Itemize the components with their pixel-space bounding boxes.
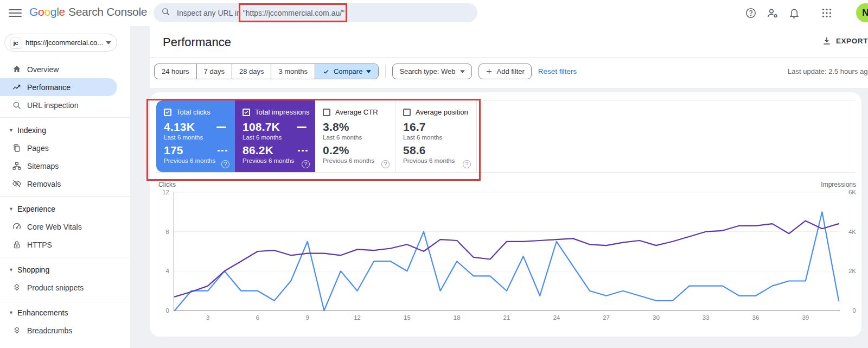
metric-label: Average CTR — [335, 108, 378, 116]
sidebar-section-indexing[interactable]: ▼Indexing — [0, 121, 130, 139]
snippet-icon — [12, 326, 22, 336]
date-range-7-days[interactable]: 7 days — [196, 64, 232, 79]
sidebar-item-overview[interactable]: Overview — [0, 60, 117, 78]
metric-label: Total impressions — [255, 108, 309, 116]
apps-grid-icon[interactable] — [820, 6, 834, 20]
dashed-line-legend-icon — [298, 150, 308, 151]
solid-line-legend-icon — [297, 126, 307, 128]
date-range-3-months[interactable]: 3 months — [271, 64, 314, 79]
sidebar-item-core-web-vitals[interactable]: Core Web Vitals — [0, 218, 117, 236]
metric-label: Average position — [416, 108, 468, 116]
account-avatar[interactable]: N — [856, 3, 868, 22]
metric-help-icon[interactable]: ? — [221, 160, 229, 168]
header-divider — [150, 57, 868, 58]
metric-period-last: Last 6 months — [323, 134, 388, 141]
sidebar-item-sitemaps[interactable]: Sitemaps — [0, 157, 117, 175]
check-icon — [165, 110, 170, 115]
metric-card-average-position[interactable]: Average position16.7Last 6 months58.6Pre… — [395, 100, 477, 172]
metric-checkbox[interactable] — [403, 109, 411, 116]
pages-icon — [12, 143, 22, 153]
svg-text:18: 18 — [454, 314, 461, 321]
metric-checkbox[interactable] — [242, 109, 250, 116]
svg-text:6K: 6K — [848, 189, 856, 195]
performance-report-card: Total clicks4.13KLast 6 months175Previou… — [150, 92, 861, 337]
svg-text:9: 9 — [306, 314, 309, 321]
sidebar-divider — [0, 117, 130, 118]
metric-period-previous: Previous 6 months — [242, 157, 309, 164]
svg-text:0: 0 — [853, 307, 856, 314]
search-icon — [12, 100, 22, 110]
chevron-down-icon — [460, 70, 465, 73]
property-selector[interactable]: jc https://jccommercial.co... — [4, 34, 117, 52]
logo-suffix: Search Console — [68, 5, 147, 18]
svg-text:12: 12 — [162, 189, 169, 195]
check-icon — [244, 110, 249, 115]
date-range-group: 24 hours7 days28 days3 monthsCompare — [154, 64, 379, 79]
metric-value-previous: 86.2K — [242, 144, 273, 157]
metric-value-last: 3.8% — [323, 121, 349, 134]
collapse-caret-icon: ▼ — [9, 206, 14, 212]
home-icon — [12, 65, 22, 74]
metric-value-last: 108.7K — [242, 121, 280, 134]
compare-tab[interactable]: Compare — [315, 64, 378, 79]
filter-row: 24 hours7 days28 days3 monthsCompareSear… — [154, 64, 577, 79]
notifications-bell-icon[interactable] — [787, 6, 801, 20]
sidebar-section-shopping[interactable]: ▼Shopping — [0, 261, 130, 279]
search-type-chip[interactable]: Search type: Web — [392, 64, 471, 79]
svg-text:4K: 4K — [848, 229, 856, 235]
sitemap-icon — [12, 161, 22, 171]
sidebar-item-product-snippets[interactable]: Product snippets — [0, 279, 117, 296]
performance-line-chart[interactable]: ClicksImpressions0481202K4K6K36912151821… — [150, 179, 861, 331]
metric-help-icon[interactable]: ? — [463, 160, 471, 168]
svg-text:Clicks: Clicks — [158, 181, 176, 188]
trending-icon — [12, 83, 22, 92]
sidebar-item-breadcrumbs[interactable]: Breadcrumbs — [0, 321, 117, 339]
metric-checkbox[interactable] — [323, 109, 330, 116]
dashed-line-legend-icon — [218, 150, 227, 151]
metric-card-total-impressions[interactable]: Total impressions108.7KLast 6 months86.2… — [235, 100, 315, 172]
plus-icon — [486, 68, 493, 75]
download-icon — [822, 36, 832, 46]
sidebar-item-removals[interactable]: Removals — [0, 175, 117, 193]
svg-text:0: 0 — [166, 307, 169, 314]
svg-text:27: 27 — [603, 314, 610, 321]
sidebar-item-performance[interactable]: Performance — [0, 78, 117, 96]
user-settings-icon[interactable] — [765, 6, 780, 20]
search-placeholder: Inspect any URL in — [177, 9, 241, 17]
sidebar-divider — [0, 300, 130, 300]
export-button[interactable]: EXPORT — [822, 36, 868, 46]
property-url-label: https://jccommercial.co... — [25, 39, 106, 47]
metric-period-last: Last 6 months — [403, 134, 470, 141]
sidebar-item-url-inspection[interactable]: URL inspection — [0, 96, 117, 114]
sidebar-item-pages[interactable]: Pages — [0, 139, 117, 157]
snippet-icon — [12, 283, 22, 293]
metric-label: Total clicks — [176, 108, 210, 116]
metric-card-average-ctr[interactable]: Average CTR3.8%Last 6 months0.2%Previous… — [315, 100, 395, 172]
svg-text:6: 6 — [256, 314, 259, 321]
page-title: Performance — [163, 35, 231, 49]
url-inspect-search-bar[interactable]: Inspect any URL in "https://jccommercial… — [154, 3, 477, 22]
metric-value-previous: 0.2% — [323, 144, 349, 157]
google-logo-text: Google — [29, 5, 65, 18]
svg-text:12: 12 — [354, 314, 361, 321]
app-logo: GoogleSearch Console — [29, 5, 147, 18]
chevron-down-icon — [366, 70, 371, 73]
svg-text:21: 21 — [503, 314, 510, 321]
sidebar-item-https[interactable]: HTTPS — [0, 236, 117, 254]
sidebar-section-experience[interactable]: ▼Experience — [0, 200, 130, 218]
metric-value-last: 16.7 — [403, 121, 426, 134]
sidebar-section-enhancements[interactable]: ▼Enhancements — [0, 303, 130, 321]
date-range-28-days[interactable]: 28 days — [232, 64, 271, 79]
solid-line-legend-icon — [216, 126, 226, 128]
metric-help-icon[interactable]: ? — [381, 160, 390, 168]
reset-filters-link[interactable]: Reset filters — [538, 67, 577, 75]
metric-checkbox[interactable] — [164, 109, 171, 116]
menu-icon[interactable] — [9, 7, 22, 19]
search-property-url: "https://jccommercial.com.au/" — [241, 9, 347, 17]
metric-help-icon[interactable]: ? — [302, 160, 310, 168]
help-icon[interactable] — [744, 6, 758, 20]
property-favicon: jc — [10, 37, 21, 48]
add-filter-chip[interactable]: Add filter — [478, 64, 532, 79]
date-range-24-hours[interactable]: 24 hours — [155, 64, 196, 79]
metric-card-total-clicks[interactable]: Total clicks4.13KLast 6 months175Previou… — [156, 100, 235, 172]
